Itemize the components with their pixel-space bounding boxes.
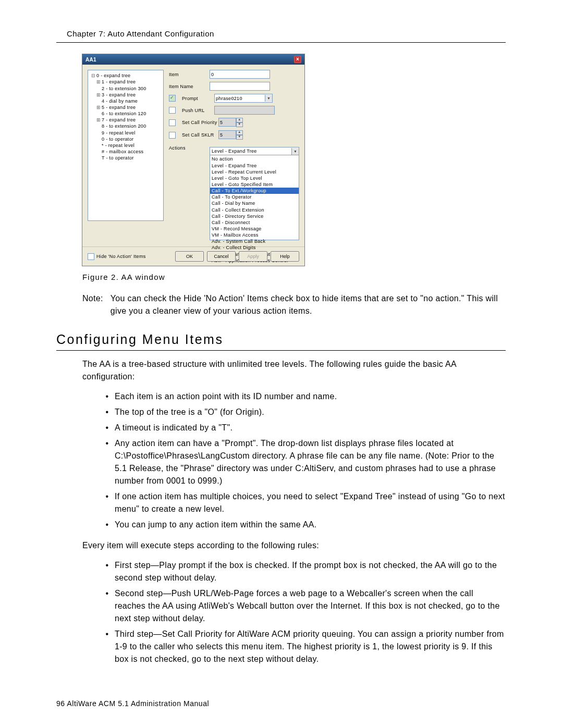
prompt-value: phrase0210: [215, 95, 265, 102]
help-button[interactable]: Help: [271, 251, 299, 262]
call-priority-value[interactable]: [218, 118, 236, 127]
list-item: Second step—Push URL/Web-Page forces a w…: [114, 587, 506, 625]
prompt-dropdown[interactable]: phrase0210 ▼: [214, 94, 273, 103]
list-item: Any action item can have a "Prompt". The…: [114, 437, 506, 487]
actions-option[interactable]: Level - Expand Tree: [210, 163, 299, 169]
actions-label: Actions: [169, 145, 205, 151]
actions-option[interactable]: Level - Goto Top Level: [210, 175, 299, 181]
item-name-field[interactable]: [210, 82, 270, 91]
note-text: You can check the Hide 'No Action' Items…: [111, 292, 506, 317]
aa-dialog: AA1 × ⊟0 - expand tree⊞1 - expand tree2 …: [82, 54, 304, 266]
call-sklr-checkbox[interactable]: [169, 132, 176, 139]
tree-node[interactable]: ⊞1 - expand tree: [90, 79, 161, 85]
actions-option[interactable]: Level - Repeat Current Level: [210, 169, 299, 175]
dialog-title: AA1: [85, 56, 96, 64]
list-item: You can jump to any action item within t…: [114, 519, 506, 531]
tree-node[interactable]: 2 - to extension 300: [90, 85, 161, 92]
prompt-checkbox[interactable]: [169, 95, 176, 102]
push-url-checkbox[interactable]: [169, 107, 176, 114]
list-item: If one action item has multiple choices,…: [114, 490, 506, 515]
actions-option[interactable]: Call - Directory Service: [210, 213, 299, 219]
cancel-button[interactable]: Cancel: [207, 251, 236, 262]
tree-node[interactable]: ⊞7 - expand tree: [90, 117, 161, 123]
close-icon[interactable]: ×: [294, 56, 301, 63]
actions-option[interactable]: Call - Collect Extension: [210, 207, 299, 213]
tree-node[interactable]: T - to operator: [90, 155, 161, 161]
step-rule-list: First step—Play prompt if the box is che…: [56, 559, 506, 665]
tree-node[interactable]: # - mailbox access: [90, 149, 161, 155]
figure-caption: Figure 2. AA window: [82, 272, 506, 282]
chevron-down-icon: ▼: [265, 95, 272, 102]
down-icon[interactable]: ▼: [236, 122, 243, 127]
up-icon[interactable]: ▲: [236, 130, 243, 135]
actions-option[interactable]: Call - To Ext./Workgroup: [210, 188, 299, 194]
hide-no-action-checkbox[interactable]: [88, 253, 94, 260]
list-item: The top of the tree is a "O" (for Origin…: [114, 406, 506, 418]
tree-node[interactable]: 8 - to extension 200: [90, 123, 161, 129]
tree-node[interactable]: 4 - dial by name: [90, 98, 161, 104]
tree-node[interactable]: ⊞3 - expand tree: [90, 92, 161, 98]
ok-button[interactable]: OK: [175, 251, 204, 262]
list-item: A timeout is indicated by a "T".: [114, 422, 506, 434]
aa-tree[interactable]: ⊟0 - expand tree⊞1 - expand tree2 - to e…: [88, 70, 164, 221]
apply-button[interactable]: Apply: [239, 251, 267, 262]
list-item: Each item is an action point with its ID…: [114, 390, 506, 403]
down-icon[interactable]: ▼: [236, 135, 243, 140]
call-sklr-value[interactable]: [218, 130, 236, 139]
page-footer: 96 AltiWare ACM 5.1 Administration Manua…: [56, 699, 506, 709]
actions-option[interactable]: Call - Disconnect: [210, 219, 299, 226]
chapter-header: Chapter 7: Auto Attendant Configuration: [56, 29, 506, 43]
tree-node[interactable]: ⊟0 - expand tree: [90, 72, 161, 79]
tree-node[interactable]: 6 - to extension 120: [90, 110, 161, 117]
actions-selected: Level - Expand Tree: [210, 147, 291, 155]
actions-option[interactable]: Call - To Operator: [210, 194, 299, 200]
tree-node[interactable]: 9 - repeat level: [90, 130, 161, 136]
chevron-down-icon: ▼: [291, 148, 299, 155]
note-block: Note: You can check the Hide 'No Action'…: [82, 292, 506, 317]
item-label: Item: [169, 71, 205, 78]
list-item: Third step—Set Call Priority for AltiWar…: [114, 628, 506, 665]
actions-option[interactable]: Adv. - System Call Back: [210, 238, 299, 244]
call-priority-checkbox[interactable]: [169, 119, 176, 126]
up-icon[interactable]: ▲: [236, 118, 243, 122]
actions-option[interactable]: Call - Dial by Name: [210, 200, 299, 206]
tree-node[interactable]: ⊞5 - expand tree: [90, 104, 161, 110]
push-url-label: Push URL: [182, 107, 210, 114]
mid-paragraph: Every item will execute steps according …: [56, 539, 506, 552]
call-priority-label: Set Call Priority: [182, 119, 214, 126]
section-heading: Configuring Menu Items: [56, 331, 506, 351]
actions-option[interactable]: Level - Goto Specified Item: [210, 181, 299, 188]
actions-dropdown[interactable]: Level - Expand Tree ▼ No actionLevel - E…: [210, 147, 299, 240]
push-url-field[interactable]: [214, 106, 275, 115]
actions-option[interactable]: VM - Mailbox Access: [210, 232, 299, 238]
prompt-label: Prompt: [182, 95, 210, 102]
tree-node[interactable]: * - repeat level: [90, 142, 161, 149]
dialog-title-bar: AA1 ×: [82, 54, 304, 65]
actions-option[interactable]: No action: [210, 156, 299, 162]
actions-option[interactable]: Adv. - Collect Digits: [210, 244, 299, 251]
tree-node[interactable]: 0 - to operator: [90, 136, 161, 142]
list-item: First step—Play prompt if the box is che…: [114, 559, 506, 584]
actions-list[interactable]: No actionLevel - Expand TreeLevel - Repe…: [210, 155, 299, 240]
note-tag: Note:: [82, 292, 103, 317]
config-rule-list: Each item is an action point with its ID…: [56, 390, 506, 531]
hide-no-action-label: Hide 'No Action' Items: [96, 253, 146, 260]
call-sklr-stepper[interactable]: ▲▼: [218, 130, 243, 140]
intro-paragraph: The AA is a tree-based structure with un…: [56, 358, 506, 383]
item-field[interactable]: [210, 70, 270, 79]
call-priority-stepper[interactable]: ▲▼: [218, 118, 243, 127]
item-form: Item Item Name Prompt phrase0210 ▼ Push …: [169, 70, 299, 243]
item-name-label: Item Name: [169, 83, 205, 90]
call-sklr-label: Set Call SKLR: [182, 132, 214, 138]
actions-option[interactable]: VM - Record Message: [210, 226, 299, 232]
